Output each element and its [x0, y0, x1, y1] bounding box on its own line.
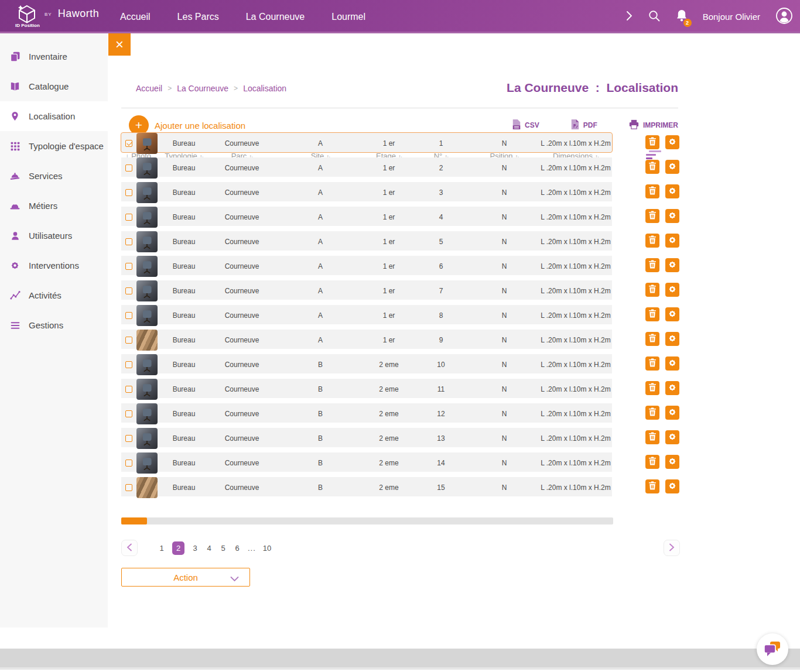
delete-row-button[interactable]: [645, 307, 659, 321]
row-checkbox[interactable]: [125, 435, 132, 442]
table-row[interactable]: Bureau Courneuve A 1 er 9 N L .20m x l.1…: [121, 330, 612, 349]
row-settings-button[interactable]: [665, 356, 679, 371]
row-checkbox[interactable]: [125, 484, 132, 491]
table-row[interactable]: Bureau Courneuve A 1 er 6 N L .20m x l.1…: [121, 256, 612, 275]
table-row[interactable]: Bureau Courneuve B 2 eme 11 N L .20m x l…: [121, 379, 612, 398]
horizontal-scrollbar[interactable]: [121, 517, 613, 524]
row-settings-button[interactable]: [665, 184, 679, 198]
table-row[interactable]: Bureau Courneuve B 2 eme 12 N L .20m x l…: [121, 403, 612, 423]
action-dropdown[interactable]: Action: [121, 568, 250, 587]
sidebar-item-inventaire[interactable]: Inventaire: [0, 42, 108, 71]
row-settings-button[interactable]: [665, 332, 679, 346]
row-checkbox[interactable]: [125, 189, 132, 196]
add-localisation-label[interactable]: Ajouter une localisation: [155, 121, 245, 131]
row-checkbox[interactable]: [125, 410, 132, 417]
row-checkbox[interactable]: [125, 460, 132, 467]
row-settings-button[interactable]: [665, 406, 679, 420]
nav-item-la-courneuve[interactable]: La Courneuve: [246, 12, 305, 22]
sidebar-item-activites[interactable]: Activités: [0, 280, 108, 310]
notifications-button[interactable]: 2: [676, 9, 688, 25]
row-checkbox[interactable]: [125, 214, 132, 221]
row-settings-button[interactable]: [665, 307, 679, 321]
delete-row-button[interactable]: [645, 283, 659, 297]
table-row[interactable]: Bureau Courneuve A 1 er 3 N L .20m x l.1…: [121, 182, 612, 201]
pagination-page-3[interactable]: 3: [192, 544, 199, 553]
row-checkbox[interactable]: [125, 386, 132, 393]
chat-button[interactable]: [757, 633, 788, 665]
pagination-prev-button[interactable]: [121, 540, 138, 556]
search-icon[interactable]: [648, 9, 661, 25]
pagination-page-1[interactable]: 1: [158, 544, 165, 553]
table-row[interactable]: Bureau Courneuve B 2 eme 13 N L .20m x l…: [121, 428, 612, 447]
delete-row-button[interactable]: [645, 479, 659, 493]
table-row[interactable]: Bureau Courneuve A 1 er 2 N L .20m x l.1…: [121, 157, 612, 177]
pagination-page-6[interactable]: 6: [234, 544, 241, 553]
row-checkbox[interactable]: [125, 361, 132, 368]
nav-item-accueil[interactable]: Accueil: [120, 12, 151, 22]
table-row[interactable]: Bureau Courneuve B 2 eme 10 N L .20m x l…: [121, 354, 612, 373]
table-row[interactable]: Bureau Courneuve B 2 eme 14 N L .20m x l…: [121, 452, 612, 472]
table-row[interactable]: Bureau Courneuve B 2 eme 15 N L .20m x l…: [121, 477, 612, 496]
row-settings-button[interactable]: [665, 479, 679, 493]
avatar[interactable]: [775, 7, 793, 27]
sidebar-item-gestions[interactable]: Gestions: [0, 310, 108, 340]
export-pdf-button[interactable]: PDF: [570, 119, 597, 132]
scrollbar-thumb[interactable]: [121, 517, 147, 524]
row-settings-button[interactable]: [665, 455, 679, 469]
row-checkbox[interactable]: [125, 164, 132, 172]
delete-row-button[interactable]: [645, 455, 659, 469]
row-checkbox[interactable]: [125, 238, 132, 245]
row-settings-button[interactable]: [665, 283, 679, 297]
delete-row-button[interactable]: [645, 356, 659, 371]
sidebar-item-services[interactable]: Services: [0, 161, 108, 191]
pagination-page-5[interactable]: 5: [220, 544, 227, 553]
sidebar-item-metiers[interactable]: Métiers: [0, 191, 108, 221]
close-button[interactable]: ×: [108, 33, 131, 56]
delete-row-button[interactable]: [645, 258, 659, 272]
row-settings-button[interactable]: [665, 135, 679, 149]
row-settings-button[interactable]: [665, 430, 679, 444]
table-row[interactable]: Bureau Courneuve A 1 er 5 N L .20m x l.1…: [121, 231, 612, 251]
sidebar-item-typologie-espace[interactable]: Typologie d'espace: [0, 131, 108, 161]
table-row[interactable]: Bureau Courneuve A 1 er 7 N L .20m x l.1…: [121, 280, 612, 300]
delete-row-button[interactable]: [645, 234, 659, 248]
sidebar-item-catalogue[interactable]: Catalogue: [0, 71, 108, 101]
breadcrumb-la-courneuve[interactable]: La Courneuve: [177, 84, 228, 93]
row-settings-button[interactable]: [665, 160, 679, 174]
pagination-page-4[interactable]: 4: [206, 544, 213, 553]
chevron-right-icon[interactable]: [625, 11, 633, 23]
nav-item-les-parcs[interactable]: Les Parcs: [177, 12, 219, 22]
row-checkbox[interactable]: [125, 140, 132, 147]
row-checkbox[interactable]: [125, 287, 132, 294]
nav-item-lourmel[interactable]: Lourmel: [331, 12, 365, 22]
row-checkbox[interactable]: [125, 312, 132, 319]
breadcrumb-accueil[interactable]: Accueil: [136, 84, 162, 93]
add-localisation-button[interactable]: +: [129, 115, 149, 135]
row-settings-button[interactable]: [665, 258, 679, 272]
breadcrumb-localisation[interactable]: Localisation: [243, 84, 286, 93]
print-button[interactable]: IMPRIMER: [628, 119, 678, 132]
delete-row-button[interactable]: [645, 332, 659, 346]
delete-row-button[interactable]: [645, 160, 659, 174]
table-row[interactable]: Bureau Courneuve A 1 er 8 N L .20m x l.1…: [121, 305, 612, 324]
table-row[interactable]: Bureau Courneuve A 1 er 1 N L .20m x l.1…: [121, 133, 612, 152]
pagination-next-button[interactable]: [664, 540, 680, 556]
sidebar-item-interventions[interactable]: Interventions: [0, 251, 108, 280]
delete-row-button[interactable]: [645, 135, 659, 149]
row-settings-button[interactable]: [665, 234, 679, 248]
sidebar-item-localisation[interactable]: Localisation: [0, 101, 108, 131]
table-row[interactable]: Bureau Courneuve A 1 er 4 N L .20m x l.1…: [121, 207, 612, 226]
delete-row-button[interactable]: [645, 430, 659, 444]
row-settings-button[interactable]: [665, 209, 679, 223]
delete-row-button[interactable]: [645, 406, 659, 420]
row-checkbox[interactable]: [125, 263, 132, 270]
delete-row-button[interactable]: [645, 184, 659, 198]
delete-row-button[interactable]: [645, 209, 659, 223]
app-logo[interactable]: BY Haworth ID Position: [15, 4, 99, 28]
pagination-page-10[interactable]: 10: [263, 544, 271, 553]
row-settings-button[interactable]: [665, 381, 679, 395]
delete-row-button[interactable]: [645, 381, 659, 395]
pagination-page-2[interactable]: 2: [172, 541, 184, 555]
row-checkbox[interactable]: [125, 337, 132, 344]
sidebar-item-utilisateurs[interactable]: Utilisateurs: [0, 221, 108, 251]
